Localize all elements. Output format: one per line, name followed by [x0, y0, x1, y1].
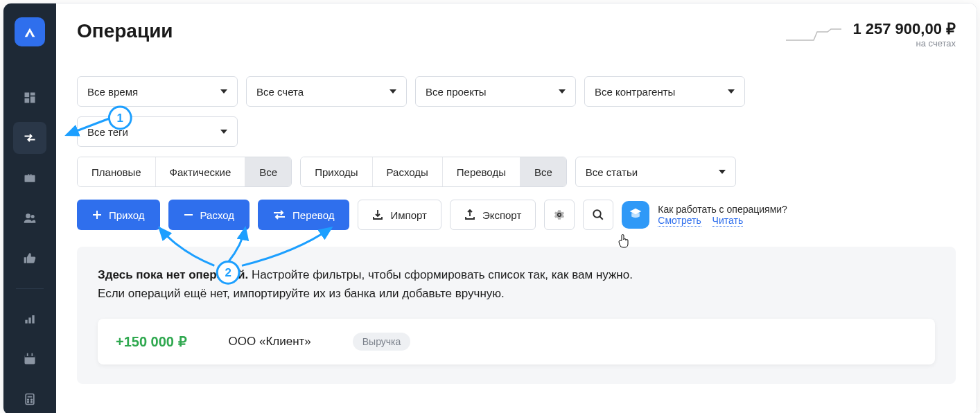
plus-icon	[92, 210, 102, 220]
balance-amount: 1 257 900,00 ₽	[852, 20, 956, 38]
import-icon	[372, 209, 383, 220]
nav-reports[interactable]	[13, 303, 46, 335]
svg-rect-13	[26, 394, 34, 404]
filter-time[interactable]: Все время	[77, 76, 238, 107]
svg-point-19	[594, 210, 602, 218]
svg-point-5	[31, 215, 35, 218]
seg-type-all[interactable]: Все	[520, 157, 566, 186]
caret-icon	[728, 89, 735, 94]
filter-tags[interactable]: Все теги	[77, 116, 238, 147]
main-content: Операции 1 257 900,00 ₽ на счетах Все вр…	[56, 3, 977, 413]
svg-rect-1	[30, 93, 35, 96]
segment-status: Плановые Фактические Все	[77, 157, 292, 187]
seg-planned[interactable]: Плановые	[78, 157, 156, 186]
seg-income[interactable]: Приходы	[301, 157, 372, 186]
cursor-hand-icon	[618, 234, 630, 249]
seg-transfer[interactable]: Переводы	[443, 157, 520, 186]
svg-rect-3	[30, 96, 35, 103]
filter-projects[interactable]: Все проекты	[415, 76, 576, 107]
svg-rect-6	[25, 320, 27, 324]
settings-button[interactable]	[544, 200, 575, 230]
gear-icon	[553, 209, 566, 221]
filter-accounts[interactable]: Все счета	[246, 76, 407, 107]
svg-point-15	[28, 399, 29, 401]
help-read-link[interactable]: Читать	[712, 215, 744, 227]
caret-icon	[390, 89, 396, 94]
help-watch-link[interactable]: Смотреть	[658, 215, 701, 227]
svg-rect-0	[25, 93, 30, 98]
empty-state-text: Здесь пока нет операций. Настройте фильт…	[98, 266, 935, 284]
add-expense-button[interactable]: Расход	[168, 200, 250, 230]
help-block: Как работать с операциями? Смотреть Чита…	[622, 201, 787, 229]
help-title: Как работать с операциями?	[658, 204, 787, 215]
nav-calendar[interactable]	[13, 343, 46, 375]
nav-thumbup[interactable]	[13, 243, 46, 274]
export-icon	[464, 209, 475, 220]
balance-block: 1 257 900,00 ₽ на счетах	[786, 20, 956, 49]
import-button[interactable]: Импорт	[358, 200, 441, 230]
caret-icon	[220, 130, 227, 134]
nav-calculator[interactable]	[13, 383, 46, 413]
svg-rect-7	[28, 317, 30, 323]
empty-state-panel: Здесь пока нет операций. Настройте фильт…	[77, 247, 956, 384]
seg-actual[interactable]: Фактические	[156, 157, 246, 186]
svg-point-16	[31, 399, 33, 401]
app-logo[interactable]	[15, 17, 45, 46]
nav-briefcase[interactable]	[13, 162, 46, 194]
filter-articles[interactable]: Все статьи	[575, 157, 736, 187]
svg-rect-10	[25, 355, 35, 357]
add-transfer-button[interactable]: Перевод	[258, 200, 349, 230]
caret-icon	[220, 89, 227, 94]
nav-dashboard[interactable]	[13, 82, 46, 114]
add-income-button[interactable]: Приход	[77, 200, 160, 230]
export-button[interactable]: Экспорт	[450, 200, 536, 230]
nav-operations[interactable]	[13, 122, 46, 154]
sample-tag: Выручка	[353, 333, 411, 351]
sidebar	[3, 3, 56, 413]
transfer-icon	[273, 210, 286, 220]
svg-rect-12	[32, 353, 33, 356]
seg-expense[interactable]: Расходы	[373, 157, 443, 186]
help-icon	[622, 201, 649, 229]
nav-users[interactable]	[13, 202, 46, 234]
sample-operation-card: +150 000 ₽ ООО «Клиент» Выручка	[98, 319, 935, 364]
search-button[interactable]	[583, 200, 613, 230]
filter-contractors[interactable]: Все контрагенты	[584, 76, 745, 107]
caret-icon	[719, 170, 726, 174]
caret-icon	[559, 89, 566, 94]
svg-point-18	[31, 401, 33, 403]
empty-state-sub: Если операций ещё нет, импортируйте их и…	[98, 287, 935, 301]
balance-caption: на счетах	[852, 38, 956, 49]
svg-rect-11	[27, 353, 28, 356]
sample-client: ООО «Клиент»	[229, 335, 311, 349]
svg-point-17	[28, 401, 29, 403]
svg-rect-8	[32, 315, 34, 324]
page-title: Операции	[77, 20, 173, 42]
balance-sparkline-icon	[786, 26, 841, 43]
svg-point-4	[26, 213, 30, 218]
seg-status-all[interactable]: Все	[245, 157, 291, 186]
sample-amount: +150 000 ₽	[116, 333, 187, 350]
svg-rect-2	[25, 98, 30, 103]
minus-icon	[184, 210, 193, 220]
segment-type: Приходы Расходы Переводы Все	[300, 157, 567, 187]
search-icon	[592, 209, 604, 221]
